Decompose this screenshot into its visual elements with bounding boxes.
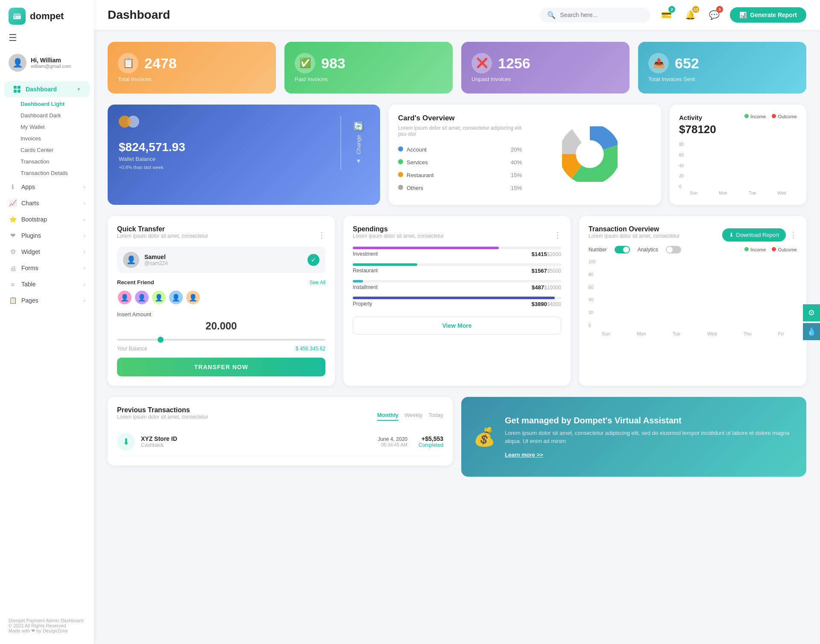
- submenu-cards-center[interactable]: Cards Center: [12, 144, 94, 156]
- amount-slider[interactable]: [117, 339, 325, 341]
- submenu-invoices[interactable]: Invoices: [12, 133, 94, 144]
- svg-rect-5: [18, 90, 20, 93]
- search-input[interactable]: [560, 12, 637, 18]
- sent-invoices-label: Total Invoices Sent: [648, 76, 796, 82]
- income-legend-dot: [744, 114, 749, 118]
- sent-invoices-number: 652: [675, 55, 699, 72]
- friend-avatar-3[interactable]: 👤: [151, 290, 167, 305]
- transfer-now-button[interactable]: TRANSFER NOW: [117, 358, 325, 376]
- see-all-link[interactable]: See All: [310, 280, 325, 286]
- stat-cards: 📋 2478 Total Invoices ✅ 983 Paid Invoice…: [108, 42, 806, 93]
- chat-icon-btn[interactable]: 💬 5: [706, 7, 722, 23]
- view-more-button[interactable]: View More: [353, 317, 561, 335]
- sidebar-item-bootstrap[interactable]: ⭐ Bootstrap ›: [0, 211, 94, 227]
- property-bar: [353, 297, 555, 299]
- tab-weekly[interactable]: Weekly: [404, 412, 422, 421]
- sidebar-item-forms[interactable]: 🖨 Forms ›: [0, 260, 94, 276]
- y-axis: 806040200: [679, 142, 685, 189]
- total-invoices-icon: 📋: [118, 53, 138, 73]
- svg-point-10: [576, 140, 604, 168]
- chat-badge: 5: [716, 6, 723, 13]
- transaction-menu[interactable]: ⋮: [789, 230, 797, 239]
- submenu-transaction-details[interactable]: Transaction Details: [12, 167, 94, 179]
- sidebar-item-apps[interactable]: ℹ Apps ›: [0, 179, 94, 195]
- transaction-bar-chart: [599, 259, 797, 328]
- overview-account: Account 20%: [398, 143, 522, 156]
- sidebar-item-pages[interactable]: 📋 Pages ›: [0, 292, 94, 309]
- generate-report-button[interactable]: 📊 Generate Report: [730, 7, 806, 23]
- submenu-dashboard-light[interactable]: Dashboard Light: [12, 98, 94, 110]
- friends-avatars: 👤 👤 👤 👤 👤: [117, 290, 325, 305]
- wallet-badge: 2: [668, 6, 675, 13]
- last-row: Previous Transactions Lorem ipsum dolor …: [108, 397, 806, 477]
- chart-icon: 📊: [739, 12, 747, 18]
- submenu-transaction[interactable]: Transaction: [12, 156, 94, 167]
- chevron-right-icon: ›: [84, 201, 85, 206]
- friend-avatar-2[interactable]: 👤: [134, 290, 149, 305]
- friend-avatar-4[interactable]: 👤: [168, 290, 184, 305]
- chevron-right-icon: ›: [84, 282, 85, 287]
- spendings-menu[interactable]: ⋮: [554, 230, 561, 240]
- sidebar-item-plugins[interactable]: ❤ Plugins ›: [0, 227, 94, 244]
- main-content: Dashboard 🔍 💳 2 🔔 12 💬 5 📊 Generate Repo…: [94, 0, 820, 644]
- spendings-title: Spendings: [353, 225, 444, 233]
- refresh-icon: 🔄: [353, 121, 364, 131]
- chevron-right-icon: ›: [84, 298, 85, 303]
- cards-overview-desc: Lorem ipsum dolor sit amet, consectetur …: [398, 125, 522, 137]
- sidebar-footer: Dompet Payment Admin Dashboard © 2021 Al…: [0, 610, 94, 636]
- quick-transfer-menu[interactable]: ⋮: [318, 230, 325, 240]
- spending-restaurant: Restaurant $1567$5000: [353, 263, 561, 274]
- prev-tx-title: Previous Transactions: [117, 406, 208, 414]
- bell-icon-btn[interactable]: 🔔 12: [682, 7, 698, 23]
- divider: [340, 116, 341, 170]
- friend-avatar-5[interactable]: 👤: [185, 290, 201, 305]
- change-label: Change: [355, 135, 362, 154]
- to-legend: Income Outcome: [744, 247, 797, 252]
- widget-icon: ⚙: [9, 248, 17, 256]
- va-banner: 💰 Get managed by Dompet's Virtual Assist…: [461, 397, 806, 477]
- sidebar-item-widget[interactable]: ⚙ Widget ›: [0, 244, 94, 260]
- va-title: Get managed by Dompet's Virtual Assistan…: [505, 416, 794, 425]
- tab-monthly[interactable]: Monthly: [377, 412, 398, 421]
- wallet-icon-btn[interactable]: 💳 2: [658, 7, 674, 23]
- sidebar-item-table[interactable]: ≡ Table ›: [0, 276, 94, 292]
- activity-title: Activity: [679, 114, 716, 121]
- investment-bar: [353, 247, 499, 249]
- chevron-right-icon: ›: [84, 217, 85, 222]
- unpaid-invoices-number: 1256: [498, 55, 530, 72]
- tx-amount: +$5,553: [413, 435, 443, 442]
- tab-today[interactable]: Today: [428, 412, 443, 421]
- analytics-toggle[interactable]: [666, 246, 681, 254]
- transaction-overview-title: Transaction Overview: [589, 225, 679, 233]
- settings-float-button[interactable]: ⚙: [803, 304, 820, 321]
- number-toggle[interactable]: [615, 246, 630, 254]
- selected-user[interactable]: 👤 Samuel @sam224 ✓: [117, 247, 325, 273]
- restaurant-bar: [353, 263, 417, 266]
- change-button[interactable]: 🔄 Change ▼: [348, 116, 369, 170]
- svg-point-1: [15, 17, 16, 18]
- spendings-desc: Lorem ipsum dolor sit amet, consectetur: [353, 233, 444, 239]
- sidebar-item-dashboard-label: Dashboard: [26, 86, 57, 93]
- unpaid-invoices-icon: ❌: [472, 53, 492, 73]
- chevron-right-icon: ›: [84, 249, 85, 254]
- download-report-button[interactable]: ⬇ Download Report: [722, 228, 786, 242]
- sidebar-item-charts[interactable]: 📈 Charts ›: [0, 195, 94, 211]
- submenu-dashboard-dark[interactable]: Dashboard Dark: [12, 110, 94, 121]
- spending-property: Property $3890$4000: [353, 297, 561, 307]
- svg-rect-0: [13, 14, 21, 19]
- stat-card-total-invoices: 📋 2478 Total Invoices: [108, 42, 276, 93]
- sidebar-item-dashboard[interactable]: Dashboard ▼: [4, 81, 90, 97]
- tx-name: XYZ Store ID: [141, 435, 177, 442]
- selected-user-handle: @sam224: [144, 260, 168, 266]
- table-row: ⬇ XYZ Store ID Cashback June 4, 2020 05:…: [117, 428, 443, 456]
- svg-rect-2: [14, 86, 17, 89]
- cards-overview-card: Card's Overview Lorem ipsum dolor sit am…: [389, 105, 661, 205]
- activity-labels: Sun Mon Tue Wed: [679, 191, 797, 195]
- va-learn-more-link[interactable]: Learn more >>: [505, 452, 543, 458]
- header: Dashboard 🔍 💳 2 🔔 12 💬 5 📊 Generate Repo…: [94, 0, 820, 30]
- submenu-my-wallet[interactable]: My Wallet: [12, 121, 94, 133]
- hamburger-menu[interactable]: ☰: [0, 32, 94, 48]
- theme-float-button[interactable]: 💧: [803, 323, 820, 340]
- sidebar-bootstrap-label: Bootstrap: [21, 216, 47, 223]
- friend-avatar-1[interactable]: 👤: [117, 290, 132, 305]
